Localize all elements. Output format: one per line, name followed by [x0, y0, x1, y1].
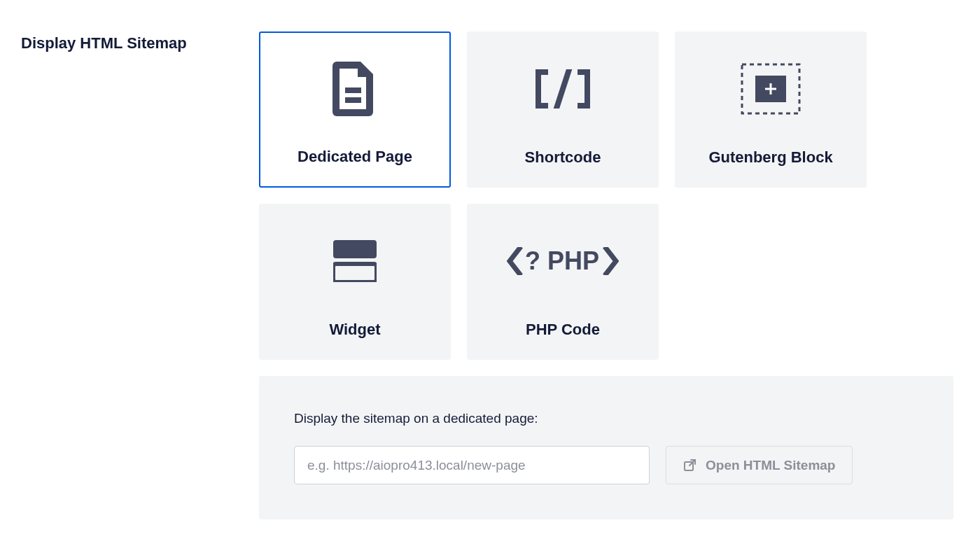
- option-php-code[interactable]: ? PHP PHP Code: [467, 204, 659, 360]
- document-icon: [260, 33, 449, 145]
- option-label: PHP Code: [526, 318, 600, 341]
- option-shortcode[interactable]: Shortcode: [467, 31, 659, 188]
- svg-rect-2: [553, 69, 572, 108]
- panel-label: Display the sitemap on a dedicated page:: [294, 411, 918, 426]
- widget-icon: [260, 204, 450, 318]
- external-link-icon: [683, 459, 696, 472]
- svg-rect-8: [333, 264, 377, 282]
- shortcode-icon: [468, 32, 658, 146]
- sitemap-url-input[interactable]: [294, 446, 650, 484]
- dedicated-page-panel: Display the sitemap on a dedicated page:…: [259, 376, 953, 519]
- svg-rect-0: [345, 88, 361, 93]
- section-title: Display HTML Sitemap: [21, 31, 259, 55]
- php-code-icon: ? PHP: [468, 204, 658, 318]
- open-button-label: Open HTML Sitemap: [706, 458, 835, 473]
- svg-rect-1: [345, 97, 361, 103]
- gutenberg-block-icon: [676, 32, 866, 146]
- open-html-sitemap-button[interactable]: Open HTML Sitemap: [666, 446, 853, 484]
- svg-text:? PHP: ? PHP: [525, 247, 599, 275]
- option-gutenberg-block[interactable]: Gutenberg Block: [675, 31, 867, 188]
- option-label: Widget: [329, 318, 380, 341]
- option-widget[interactable]: Widget: [259, 204, 451, 360]
- option-label: Gutenberg Block: [708, 146, 832, 169]
- option-label: Shortcode: [525, 146, 601, 169]
- svg-rect-7: [333, 240, 377, 258]
- option-label: Dedicated Page: [298, 145, 412, 168]
- option-dedicated-page[interactable]: Dedicated Page: [259, 31, 451, 188]
- sitemap-display-options: Dedicated Page Shortcode: [259, 31, 959, 360]
